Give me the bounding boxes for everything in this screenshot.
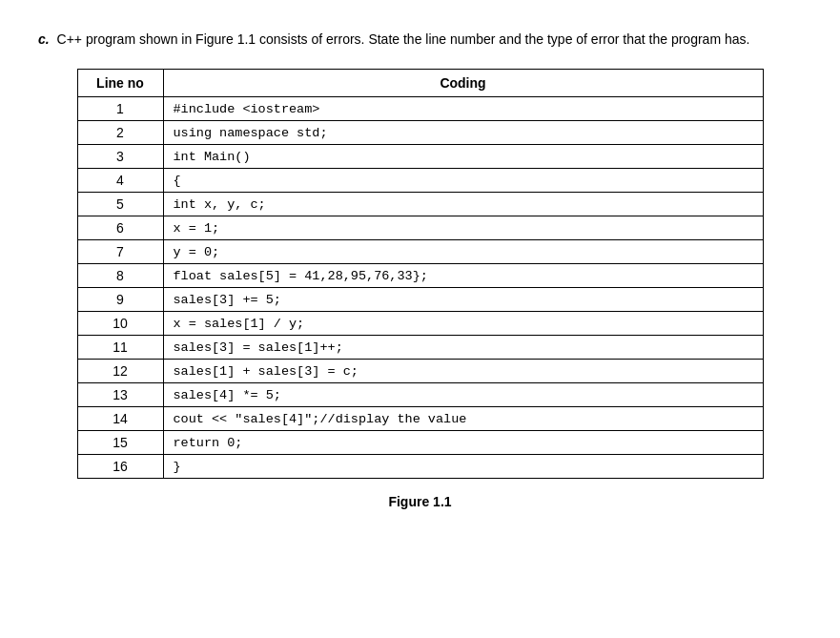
question-label: c. — [38, 31, 50, 47]
table-row: 6 x = 1; — [77, 216, 763, 240]
figure-caption: Figure 1.1 — [77, 494, 764, 509]
cell-code: sales[1] + sales[3] = c; — [163, 360, 763, 383]
code-table: Line no Coding 1#include <iostream>2usin… — [77, 69, 764, 479]
table-container: Line no Coding 1#include <iostream>2usin… — [77, 69, 764, 509]
header-coding: Coding — [163, 70, 763, 97]
table-row: 8 float sales[5] = 41,28,95,76,33}; — [77, 264, 763, 288]
cell-code: x = 1; — [163, 216, 763, 240]
cell-line-no: 2 — [77, 121, 163, 145]
cell-code: using namespace std; — [163, 121, 763, 145]
cell-line-no: 16 — [77, 455, 163, 479]
table-row: 12 sales[1] + sales[3] = c; — [77, 360, 763, 383]
cell-code: int x, y, c; — [163, 193, 763, 216]
table-row: 11 sales[3] = sales[1]++; — [77, 336, 763, 360]
cell-line-no: 14 — [77, 407, 163, 431]
cell-code: x = sales[1] / y; — [163, 312, 763, 336]
table-row: 7 y = 0; — [77, 240, 763, 264]
cell-line-no: 10 — [77, 312, 163, 336]
table-body: 1#include <iostream>2using namespace std… — [77, 97, 763, 479]
cell-line-no: 12 — [77, 360, 163, 383]
table-row: 16} — [77, 455, 763, 479]
cell-code: cout << "sales[4]";//display the value — [163, 407, 763, 431]
table-row: 1#include <iostream> — [77, 97, 763, 121]
cell-line-no: 3 — [77, 145, 163, 169]
cell-line-no: 13 — [77, 383, 163, 407]
cell-line-no: 7 — [77, 240, 163, 264]
cell-code: #include <iostream> — [163, 97, 763, 121]
table-row: 4{ — [77, 169, 763, 193]
table-row: 2using namespace std; — [77, 121, 763, 145]
cell-line-no: 6 — [77, 216, 163, 240]
cell-line-no: 15 — [77, 431, 163, 455]
cell-line-no: 1 — [77, 97, 163, 121]
table-header-row: Line no Coding — [77, 70, 763, 97]
question-container: c. C++ program shown in Figure 1.1 consi… — [38, 29, 802, 50]
table-row: 10 x = sales[1] / y; — [77, 312, 763, 336]
cell-code: sales[4] *= 5; — [163, 383, 763, 407]
question-text: C++ program shown in Figure 1.1 consists… — [57, 31, 750, 47]
cell-code: sales[3] = sales[1]++; — [163, 336, 763, 360]
cell-code: float sales[5] = 41,28,95,76,33}; — [163, 264, 763, 288]
table-row: 3int Main() — [77, 145, 763, 169]
table-row: 5 int x, y, c; — [77, 193, 763, 216]
cell-line-no: 11 — [77, 336, 163, 360]
cell-line-no: 5 — [77, 193, 163, 216]
cell-code: } — [163, 455, 763, 479]
cell-line-no: 8 — [77, 264, 163, 288]
cell-code: sales[3] += 5; — [163, 288, 763, 312]
cell-code: { — [163, 169, 763, 193]
cell-code: int Main() — [163, 145, 763, 169]
cell-line-no: 9 — [77, 288, 163, 312]
table-row: 15 return 0; — [77, 431, 763, 455]
header-line-no: Line no — [77, 70, 163, 97]
table-row: 13 sales[4] *= 5; — [77, 383, 763, 407]
cell-code: return 0; — [163, 431, 763, 455]
table-row: 9 sales[3] += 5; — [77, 288, 763, 312]
cell-line-no: 4 — [77, 169, 163, 193]
cell-code: y = 0; — [163, 240, 763, 264]
table-row: 14 cout << "sales[4]";//display the valu… — [77, 407, 763, 431]
